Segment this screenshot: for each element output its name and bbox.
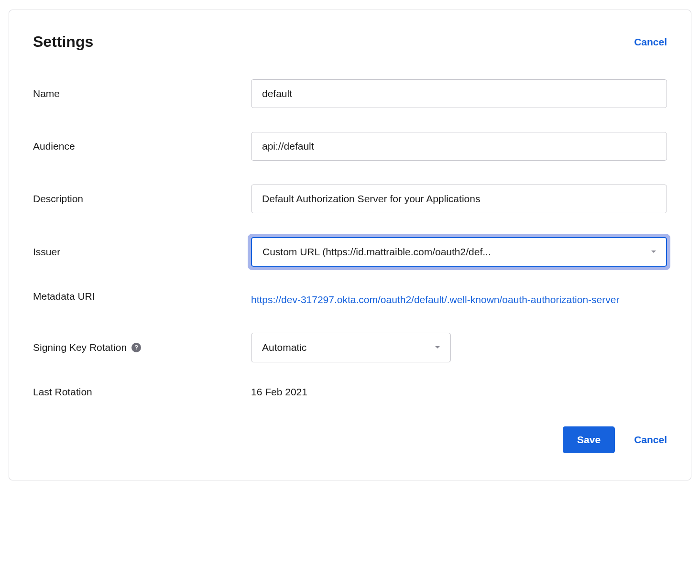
row-name: Name	[33, 79, 667, 108]
description-label: Description	[33, 193, 251, 205]
row-issuer: Issuer Custom URL (https://id.mattraible…	[33, 237, 667, 267]
audience-label: Audience	[33, 141, 251, 152]
row-metadata: Metadata URI https://dev-317297.okta.com…	[33, 291, 667, 309]
settings-panel: Settings Cancel Name Audience Descriptio…	[9, 10, 691, 480]
last-rotation-label: Last Rotation	[33, 386, 251, 398]
row-description: Description	[33, 185, 667, 213]
issuer-select[interactable]: Custom URL (https://id.mattraible.com/oa…	[251, 237, 667, 267]
signing-select[interactable]: Automatic	[251, 333, 451, 362]
panel-title: Settings	[33, 33, 93, 51]
name-input[interactable]	[251, 79, 667, 108]
audience-input[interactable]	[251, 132, 667, 161]
signing-select-value: Automatic	[262, 342, 306, 353]
header-cancel-link[interactable]: Cancel	[634, 36, 667, 48]
metadata-label: Metadata URI	[33, 291, 251, 302]
row-audience: Audience	[33, 132, 667, 161]
signing-label: Signing Key Rotation	[33, 342, 127, 353]
name-label: Name	[33, 88, 251, 99]
footer-cancel-link[interactable]: Cancel	[634, 434, 667, 446]
actions-bar: Save Cancel	[33, 426, 667, 453]
metadata-uri-link[interactable]: https://dev-317297.okta.com/oauth2/defau…	[251, 294, 619, 305]
save-button[interactable]: Save	[563, 426, 615, 453]
help-icon[interactable]: ?	[131, 343, 141, 352]
row-signing: Signing Key Rotation ? Automatic	[33, 333, 667, 362]
issuer-select-value: Custom URL (https://id.mattraible.com/oa…	[262, 246, 491, 258]
issuer-label: Issuer	[33, 246, 251, 258]
last-rotation-value: 16 Feb 2021	[251, 386, 307, 397]
description-input[interactable]	[251, 185, 667, 213]
row-last-rotation: Last Rotation 16 Feb 2021	[33, 386, 667, 398]
panel-header: Settings Cancel	[33, 33, 667, 51]
